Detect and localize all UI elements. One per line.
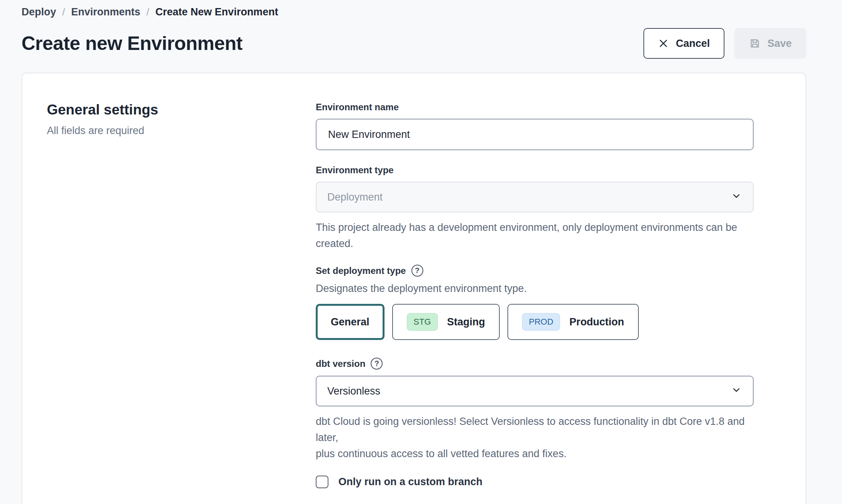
cancel-button-label: Cancel xyxy=(676,38,710,50)
deployment-type-production-button[interactable]: PROD Production xyxy=(507,304,639,340)
field-deployment-type: Set deployment type ? Designates the dep… xyxy=(316,265,754,340)
custom-branch-row: Only run on a custom branch xyxy=(316,476,754,488)
save-button[interactable]: Save xyxy=(734,28,806,59)
breadcrumb: Deploy / Environments / Create New Envir… xyxy=(22,6,806,18)
field-environment-name: Environment name xyxy=(316,102,754,150)
staging-badge: STG xyxy=(407,313,438,331)
environment-type-value: Deployment xyxy=(327,191,383,203)
page-title: Create new Environment xyxy=(22,32,242,55)
deployment-type-label: Set deployment type xyxy=(316,265,406,276)
field-environment-type: Environment type Deployment This project… xyxy=(316,165,754,252)
breadcrumb-deploy[interactable]: Deploy xyxy=(22,6,56,18)
production-badge: PROD xyxy=(522,313,560,331)
environment-type-helper: This project already has a development e… xyxy=(316,219,754,252)
page-header: Create new Environment Cancel xyxy=(22,28,806,59)
breadcrumb-separator: / xyxy=(62,6,65,18)
section-intro: General settings All fields are required xyxy=(47,102,316,488)
environment-type-select[interactable]: Deployment xyxy=(316,182,754,212)
breadcrumb-separator: / xyxy=(146,6,149,18)
help-icon[interactable]: ? xyxy=(371,358,383,370)
chevron-down-icon xyxy=(731,384,742,398)
custom-branch-checkbox[interactable] xyxy=(316,476,328,488)
section-title: General settings xyxy=(47,102,316,118)
deployment-type-general-button[interactable]: General xyxy=(316,304,385,340)
field-dbt-version: dbt version ? Versionless dbt Cloud is g… xyxy=(316,358,754,462)
staging-option-label: Staging xyxy=(447,316,485,328)
cancel-button[interactable]: Cancel xyxy=(643,28,724,59)
general-option-label: General xyxy=(331,316,370,328)
deployment-type-description: Designates the deployment environment ty… xyxy=(316,283,754,295)
production-option-label: Production xyxy=(569,316,624,328)
close-icon xyxy=(658,38,669,49)
dbt-version-helper: dbt Cloud is going versionless! Select V… xyxy=(316,413,754,462)
environment-name-input[interactable] xyxy=(316,119,754,150)
breadcrumb-current: Create New Environment xyxy=(156,6,278,18)
save-button-label: Save xyxy=(767,38,792,50)
deployment-type-options: General STG Staging PROD Production xyxy=(316,304,754,340)
environment-form: Environment name Environment type Deploy… xyxy=(316,102,754,488)
breadcrumb-environments[interactable]: Environments xyxy=(71,6,140,18)
save-disk-icon xyxy=(749,38,761,49)
help-icon[interactable]: ? xyxy=(411,265,423,277)
environment-type-label: Environment type xyxy=(316,165,754,176)
environment-name-label: Environment name xyxy=(316,102,754,113)
dbt-version-select[interactable]: Versionless xyxy=(316,376,754,406)
create-environment-page: Deploy / Environments / Create New Envir… xyxy=(0,0,842,504)
dbt-version-label: dbt version xyxy=(316,358,365,369)
custom-branch-label: Only run on a custom branch xyxy=(338,476,482,488)
general-settings-card: General settings All fields are required… xyxy=(22,73,806,504)
header-actions: Cancel Save xyxy=(643,28,806,59)
section-subtitle: All fields are required xyxy=(47,125,316,137)
chevron-down-icon xyxy=(731,190,742,204)
dbt-version-value: Versionless xyxy=(327,385,380,397)
deployment-type-staging-button[interactable]: STG Staging xyxy=(392,304,500,340)
